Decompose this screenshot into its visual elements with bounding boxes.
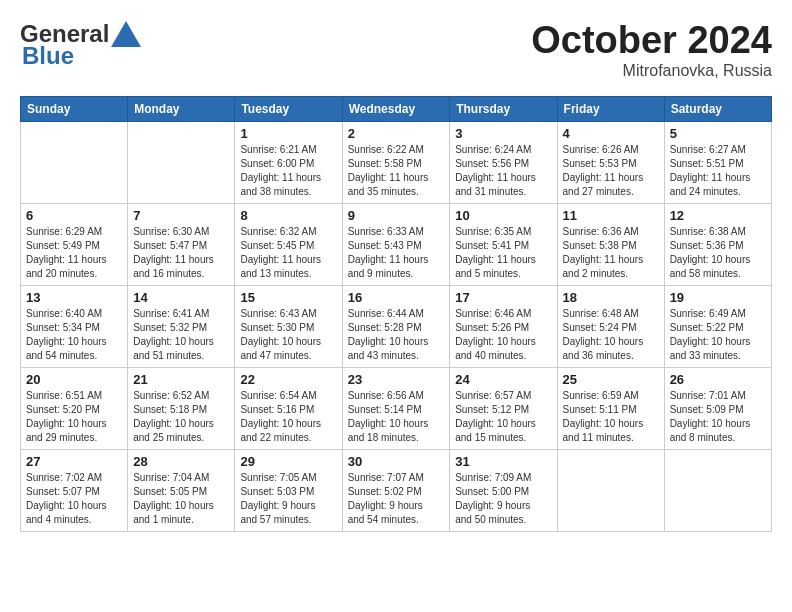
day-info: Sunrise: 6:51 AM Sunset: 5:20 PM Dayligh… [26,389,122,445]
calendar-cell: 10Sunrise: 6:35 AM Sunset: 5:41 PM Dayli… [450,203,557,285]
day-info: Sunrise: 6:46 AM Sunset: 5:26 PM Dayligh… [455,307,551,363]
week-row-5: 27Sunrise: 7:02 AM Sunset: 5:07 PM Dayli… [21,449,772,531]
day-info: Sunrise: 7:09 AM Sunset: 5:00 PM Dayligh… [455,471,551,527]
calendar-cell: 4Sunrise: 6:26 AM Sunset: 5:53 PM Daylig… [557,121,664,203]
day-info: Sunrise: 7:05 AM Sunset: 5:03 PM Dayligh… [240,471,336,527]
day-number: 6 [26,208,122,223]
calendar-cell: 13Sunrise: 6:40 AM Sunset: 5:34 PM Dayli… [21,285,128,367]
svg-marker-0 [111,21,141,47]
logo-icon [111,21,141,47]
logo-blue: Blue [22,42,74,70]
day-info: Sunrise: 7:02 AM Sunset: 5:07 PM Dayligh… [26,471,122,527]
day-number: 11 [563,208,659,223]
calendar-cell: 26Sunrise: 7:01 AM Sunset: 5:09 PM Dayli… [664,367,771,449]
day-info: Sunrise: 6:32 AM Sunset: 5:45 PM Dayligh… [240,225,336,281]
calendar-cell: 3Sunrise: 6:24 AM Sunset: 5:56 PM Daylig… [450,121,557,203]
day-info: Sunrise: 6:27 AM Sunset: 5:51 PM Dayligh… [670,143,766,199]
calendar-cell: 28Sunrise: 7:04 AM Sunset: 5:05 PM Dayli… [128,449,235,531]
day-info: Sunrise: 6:49 AM Sunset: 5:22 PM Dayligh… [670,307,766,363]
day-number: 17 [455,290,551,305]
calendar-cell: 16Sunrise: 6:44 AM Sunset: 5:28 PM Dayli… [342,285,450,367]
calendar-cell [664,449,771,531]
day-info: Sunrise: 6:30 AM Sunset: 5:47 PM Dayligh… [133,225,229,281]
calendar-cell: 1Sunrise: 6:21 AM Sunset: 6:00 PM Daylig… [235,121,342,203]
calendar-cell: 19Sunrise: 6:49 AM Sunset: 5:22 PM Dayli… [664,285,771,367]
page-header: General Blue October 2024 Mitrofanovka, … [20,20,772,80]
weekday-header-row: SundayMondayTuesdayWednesdayThursdayFrid… [21,96,772,121]
day-info: Sunrise: 7:04 AM Sunset: 5:05 PM Dayligh… [133,471,229,527]
day-info: Sunrise: 6:57 AM Sunset: 5:12 PM Dayligh… [455,389,551,445]
calendar-cell: 20Sunrise: 6:51 AM Sunset: 5:20 PM Dayli… [21,367,128,449]
day-number: 28 [133,454,229,469]
day-info: Sunrise: 6:41 AM Sunset: 5:32 PM Dayligh… [133,307,229,363]
day-number: 1 [240,126,336,141]
day-info: Sunrise: 6:22 AM Sunset: 5:58 PM Dayligh… [348,143,445,199]
weekday-header-thursday: Thursday [450,96,557,121]
weekday-header-wednesday: Wednesday [342,96,450,121]
day-info: Sunrise: 6:24 AM Sunset: 5:56 PM Dayligh… [455,143,551,199]
weekday-header-friday: Friday [557,96,664,121]
calendar-cell: 24Sunrise: 6:57 AM Sunset: 5:12 PM Dayli… [450,367,557,449]
day-info: Sunrise: 7:01 AM Sunset: 5:09 PM Dayligh… [670,389,766,445]
day-number: 13 [26,290,122,305]
day-number: 7 [133,208,229,223]
day-number: 23 [348,372,445,387]
calendar-cell: 31Sunrise: 7:09 AM Sunset: 5:00 PM Dayli… [450,449,557,531]
title-block: October 2024 Mitrofanovka, Russia [531,20,772,80]
location-subtitle: Mitrofanovka, Russia [531,62,772,80]
day-info: Sunrise: 6:38 AM Sunset: 5:36 PM Dayligh… [670,225,766,281]
week-row-1: 1Sunrise: 6:21 AM Sunset: 6:00 PM Daylig… [21,121,772,203]
day-info: Sunrise: 6:59 AM Sunset: 5:11 PM Dayligh… [563,389,659,445]
day-number: 8 [240,208,336,223]
day-number: 31 [455,454,551,469]
calendar-cell: 5Sunrise: 6:27 AM Sunset: 5:51 PM Daylig… [664,121,771,203]
day-info: Sunrise: 6:35 AM Sunset: 5:41 PM Dayligh… [455,225,551,281]
calendar-cell: 17Sunrise: 6:46 AM Sunset: 5:26 PM Dayli… [450,285,557,367]
week-row-2: 6Sunrise: 6:29 AM Sunset: 5:49 PM Daylig… [21,203,772,285]
calendar-cell: 12Sunrise: 6:38 AM Sunset: 5:36 PM Dayli… [664,203,771,285]
day-info: Sunrise: 7:07 AM Sunset: 5:02 PM Dayligh… [348,471,445,527]
calendar-cell [557,449,664,531]
calendar-cell: 7Sunrise: 6:30 AM Sunset: 5:47 PM Daylig… [128,203,235,285]
calendar-cell: 29Sunrise: 7:05 AM Sunset: 5:03 PM Dayli… [235,449,342,531]
calendar-cell: 2Sunrise: 6:22 AM Sunset: 5:58 PM Daylig… [342,121,450,203]
day-number: 22 [240,372,336,387]
day-number: 29 [240,454,336,469]
day-number: 25 [563,372,659,387]
calendar-cell: 6Sunrise: 6:29 AM Sunset: 5:49 PM Daylig… [21,203,128,285]
calendar-cell: 21Sunrise: 6:52 AM Sunset: 5:18 PM Dayli… [128,367,235,449]
calendar-cell: 11Sunrise: 6:36 AM Sunset: 5:38 PM Dayli… [557,203,664,285]
day-number: 19 [670,290,766,305]
day-number: 27 [26,454,122,469]
day-number: 5 [670,126,766,141]
weekday-header-saturday: Saturday [664,96,771,121]
day-number: 18 [563,290,659,305]
day-info: Sunrise: 6:26 AM Sunset: 5:53 PM Dayligh… [563,143,659,199]
calendar-cell: 18Sunrise: 6:48 AM Sunset: 5:24 PM Dayli… [557,285,664,367]
calendar-cell [128,121,235,203]
calendar-cell: 9Sunrise: 6:33 AM Sunset: 5:43 PM Daylig… [342,203,450,285]
day-info: Sunrise: 6:44 AM Sunset: 5:28 PM Dayligh… [348,307,445,363]
day-info: Sunrise: 6:54 AM Sunset: 5:16 PM Dayligh… [240,389,336,445]
calendar-cell: 30Sunrise: 7:07 AM Sunset: 5:02 PM Dayli… [342,449,450,531]
day-number: 4 [563,126,659,141]
calendar-cell: 22Sunrise: 6:54 AM Sunset: 5:16 PM Dayli… [235,367,342,449]
day-number: 20 [26,372,122,387]
day-number: 26 [670,372,766,387]
calendar-cell: 23Sunrise: 6:56 AM Sunset: 5:14 PM Dayli… [342,367,450,449]
day-info: Sunrise: 6:48 AM Sunset: 5:24 PM Dayligh… [563,307,659,363]
logo: General Blue [20,20,141,70]
day-info: Sunrise: 6:56 AM Sunset: 5:14 PM Dayligh… [348,389,445,445]
weekday-header-tuesday: Tuesday [235,96,342,121]
day-number: 3 [455,126,551,141]
calendar-cell: 25Sunrise: 6:59 AM Sunset: 5:11 PM Dayli… [557,367,664,449]
day-info: Sunrise: 6:29 AM Sunset: 5:49 PM Dayligh… [26,225,122,281]
day-number: 15 [240,290,336,305]
day-info: Sunrise: 6:43 AM Sunset: 5:30 PM Dayligh… [240,307,336,363]
weekday-header-monday: Monday [128,96,235,121]
weekday-header-sunday: Sunday [21,96,128,121]
day-number: 12 [670,208,766,223]
calendar-cell [21,121,128,203]
calendar-cell: 27Sunrise: 7:02 AM Sunset: 5:07 PM Dayli… [21,449,128,531]
day-info: Sunrise: 6:33 AM Sunset: 5:43 PM Dayligh… [348,225,445,281]
